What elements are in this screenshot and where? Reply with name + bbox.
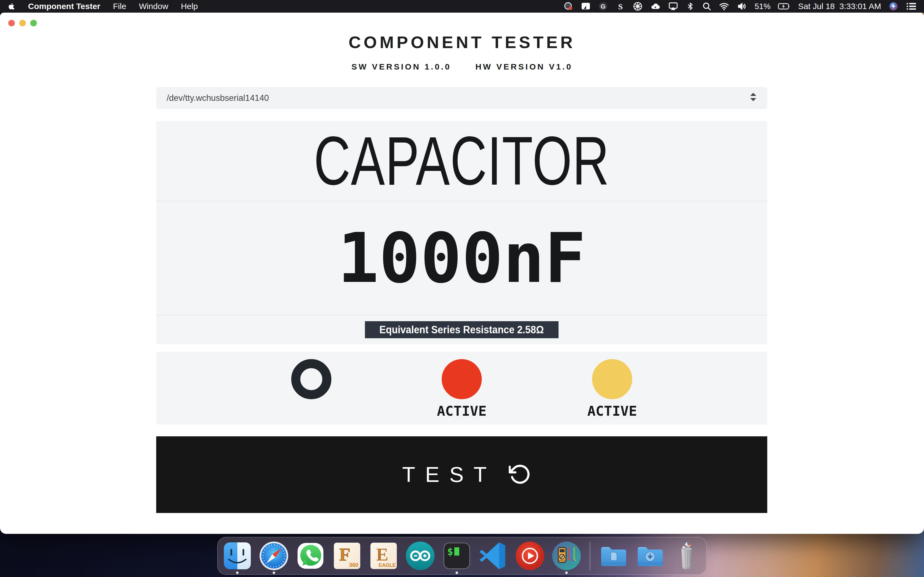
apple-menu-icon[interactable]: [7, 0, 15, 13]
component-type-panel: CAPACITOR: [156, 121, 767, 201]
window-controls: [8, 20, 37, 26]
indicator-probe-1: [270, 352, 352, 424]
running-indicator: [565, 572, 568, 574]
test-button-label: TEST: [392, 462, 496, 487]
running-indicator: [273, 572, 275, 574]
battery-percent: 51%: [754, 2, 771, 11]
running-indicator: [456, 572, 458, 574]
volume-icon[interactable]: [737, 0, 747, 13]
rotate-ccw-icon: [509, 463, 531, 487]
list-menu-icon[interactable]: [906, 0, 917, 13]
dock-icon-finder[interactable]: [222, 541, 252, 571]
svg-text:E: E: [376, 544, 388, 564]
fan-icon[interactable]: [633, 0, 643, 13]
svg-text:EAGLE: EAGLE: [379, 562, 396, 568]
indicator-ring-icon: [291, 359, 331, 399]
component-type-text: CAPACITOR: [314, 127, 610, 195]
dock-icon-eagle[interactable]: E EAGLE: [368, 541, 399, 571]
bluetooth-icon[interactable]: [686, 0, 695, 13]
close-button[interactable]: [8, 20, 15, 26]
svg-text:G: G: [601, 3, 606, 10]
dock-icon-downloads-folder[interactable]: [635, 541, 665, 571]
menu-bar: Component Tester File Window Help G S: [0, 0, 924, 13]
esr-panel: Equivalent Series Resistance 2.58Ω: [156, 316, 767, 344]
dock-icon-component-tester[interactable]: [551, 541, 582, 571]
dock-divider: [590, 542, 590, 570]
measured-value-panel: 1000nF: [156, 201, 767, 315]
logi-g-icon[interactable]: G: [598, 0, 608, 13]
dock-icon-arduino[interactable]: [405, 541, 435, 571]
menubar-clock[interactable]: Sat Jul 18 3:33:01 AM: [798, 2, 881, 11]
menu-help[interactable]: Help: [181, 2, 198, 11]
wifi-icon[interactable]: [719, 0, 729, 13]
dock-icon-terminal[interactable]: $: [442, 541, 472, 571]
measured-value-text: 1000nF: [338, 224, 586, 293]
record-status-icon[interactable]: [564, 0, 573, 13]
serial-port-select[interactable]: /dev/tty.wchusbserial14140: [156, 87, 767, 109]
select-arrows-icon: [750, 92, 757, 104]
menu-file[interactable]: File: [113, 2, 126, 11]
desktop: Component Tester File Window Help G S: [0, 0, 924, 577]
hw-version: HW VERSION V1.0: [475, 62, 573, 71]
indicator-probe-2: ACTIVE: [420, 352, 503, 424]
esr-badge: Equivalent Series Resistance 2.58Ω: [365, 321, 558, 338]
indicator-label: ACTIVE: [437, 403, 487, 419]
svg-text:$: $: [447, 546, 453, 557]
running-indicator: [236, 572, 239, 574]
battery-icon[interactable]: [778, 0, 791, 13]
menu-window[interactable]: Window: [139, 2, 168, 11]
zoom-button[interactable]: [30, 20, 37, 26]
svg-text:360: 360: [349, 562, 358, 568]
indicator-red-circle-icon: [442, 359, 482, 399]
svg-text:F: F: [339, 544, 351, 564]
probe-indicators-panel: ACTIVE ACTIVE: [156, 352, 767, 424]
dock-icon-fusion-360[interactable]: F 360: [332, 541, 362, 571]
dock-icon-youtube-music[interactable]: [515, 541, 545, 571]
indicator-probe-3: ACTIVE: [571, 352, 653, 424]
menubar-app-name[interactable]: Component Tester: [28, 2, 100, 11]
test-button[interactable]: TEST: [156, 436, 767, 513]
indicator-yellow-circle-icon: [592, 359, 632, 399]
siri-globe-icon[interactable]: [888, 0, 898, 13]
dock-icon-whatsapp[interactable]: [296, 541, 326, 571]
dock-icon-trash[interactable]: [672, 541, 702, 571]
dock-icon-documents-folder[interactable]: [598, 541, 628, 571]
indicator-label: ACTIVE: [587, 403, 637, 419]
serial-port-value: /dev/tty.wchusbserial14140: [166, 93, 269, 103]
esr-text: Equivalent Series Resistance 2.58Ω: [380, 324, 544, 336]
sw-version: SW VERSION 1.0.0: [351, 62, 451, 71]
svg-text:S: S: [618, 2, 623, 11]
spotlight-icon[interactable]: [702, 0, 711, 13]
cloud-icon[interactable]: [650, 0, 661, 13]
component-tester-window: COMPONENT TESTER SW VERSION 1.0.0 HW VER…: [0, 13, 924, 534]
result-panels: CAPACITOR 1000nF Equivalent Series Resis…: [156, 121, 767, 344]
page-title: COMPONENT TESTER: [0, 32, 924, 52]
minimize-button[interactable]: [19, 20, 26, 26]
version-row: SW VERSION 1.0.0 HW VERSION V1.0: [0, 62, 924, 71]
dock-icon-safari[interactable]: [259, 541, 289, 571]
display-icon[interactable]: [581, 0, 591, 13]
dock-icon-vscode[interactable]: [478, 541, 509, 571]
dock: F 360 E EAGLE $: [217, 537, 707, 575]
airplay-icon[interactable]: [668, 0, 678, 13]
shottr-icon[interactable]: S: [615, 0, 625, 13]
